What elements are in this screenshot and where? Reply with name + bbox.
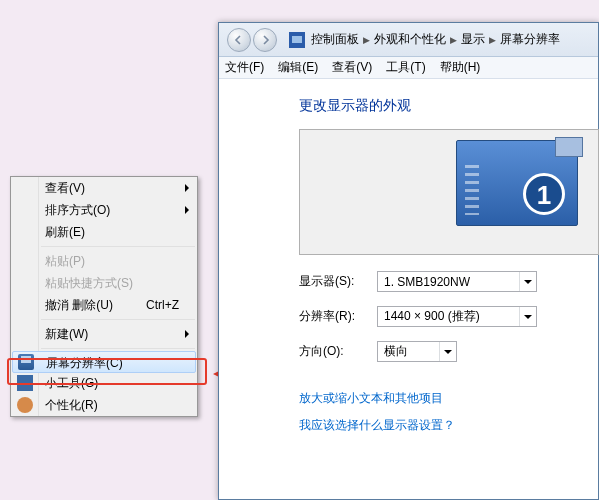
nav-back-button[interactable] (227, 28, 251, 52)
gadget-icon (17, 375, 33, 391)
nav-forward-button[interactable] (253, 28, 277, 52)
resolution-dropdown[interactable]: 1440 × 900 (推荐) (377, 306, 537, 327)
personalize-icon (17, 397, 33, 413)
window-titlebar: 控制面板▶ 外观和个性化▶ 显示▶ 屏幕分辨率 (219, 23, 598, 57)
breadcrumb-sep-icon: ▶ (450, 35, 457, 45)
menu-item-shortcut: Ctrl+Z (146, 294, 179, 316)
menu-file[interactable]: 文件(F) (225, 59, 264, 76)
submenu-arrow-icon (185, 330, 189, 338)
display-label: 显示器(S): (299, 273, 377, 290)
window-content: 更改显示器的外观 1 显示器(S): 1. SMB1920NW 分辨率(R): … (219, 79, 598, 434)
menu-item-label: 新建(W) (45, 327, 88, 341)
menu-view[interactable]: 查看(V) (332, 59, 372, 76)
menu-item-label: 小工具(G) (45, 376, 98, 390)
form-row-resolution: 分辨率(R): 1440 × 900 (推荐) (299, 306, 574, 327)
menu-item-label: 个性化(R) (45, 398, 98, 412)
monitor-preview-area[interactable]: 1 (299, 129, 599, 255)
orientation-dropdown[interactable]: 横向 (377, 341, 457, 362)
monitor-thumbnail[interactable]: 1 (456, 140, 578, 226)
menu-item-refresh[interactable]: 刷新(E) (11, 221, 197, 243)
menu-item-view[interactable]: 查看(V) (11, 177, 197, 199)
chevron-down-icon (519, 272, 536, 291)
breadcrumb-item[interactable]: 控制面板 (311, 31, 359, 48)
related-links: 放大或缩小文本和其他项目 我应该选择什么显示器设置？ (299, 390, 574, 434)
form-row-orientation: 方向(O): 横向 (299, 341, 574, 362)
breadcrumb-item[interactable]: 屏幕分辨率 (500, 31, 560, 48)
menu-item-personalize[interactable]: 个性化(R) (11, 394, 197, 416)
forward-arrow-icon (260, 35, 270, 45)
menu-item-new[interactable]: 新建(W) (11, 323, 197, 345)
orientation-label: 方向(O): (299, 343, 377, 360)
breadcrumb-sep-icon: ▶ (363, 35, 370, 45)
control-panel-icon (289, 32, 305, 48)
menu-item-gadgets[interactable]: 小工具(G) (11, 372, 197, 394)
menu-item-label: 屏幕分辨率(C) (46, 356, 123, 370)
menu-separator (41, 348, 195, 349)
back-arrow-icon (234, 35, 244, 45)
breadcrumb[interactable]: 控制面板▶ 外观和个性化▶ 显示▶ 屏幕分辨率 (311, 31, 560, 48)
menu-separator (41, 246, 195, 247)
menu-help[interactable]: 帮助(H) (440, 59, 481, 76)
menu-item-label: 刷新(E) (45, 225, 85, 239)
menu-tools[interactable]: 工具(T) (386, 59, 425, 76)
submenu-arrow-icon (185, 206, 189, 214)
menu-item-screen-resolution[interactable]: 屏幕分辨率(C) (12, 351, 196, 373)
desktop-context-menu: 查看(V) 排序方式(O) 刷新(E) 粘贴(P) 粘贴快捷方式(S) 撤消 删… (10, 176, 198, 417)
form-row-display: 显示器(S): 1. SMB1920NW (299, 271, 574, 292)
menu-item-label: 排序方式(O) (45, 203, 110, 217)
dropdown-value: 1440 × 900 (推荐) (384, 308, 480, 325)
monitor-icon (18, 354, 34, 370)
page-heading: 更改显示器的外观 (299, 97, 574, 115)
submenu-arrow-icon (185, 184, 189, 192)
menu-item-sort[interactable]: 排序方式(O) (11, 199, 197, 221)
link-text-scaling[interactable]: 放大或缩小文本和其他项目 (299, 390, 574, 407)
window-menubar: 文件(F) 编辑(E) 查看(V) 工具(T) 帮助(H) (219, 57, 598, 79)
menu-item-paste: 粘贴(P) (11, 250, 197, 272)
secondary-monitor-icon (555, 137, 583, 157)
link-which-display[interactable]: 我应该选择什么显示器设置？ (299, 417, 574, 434)
menu-edit[interactable]: 编辑(E) (278, 59, 318, 76)
menu-item-label: 撤消 删除(U) (45, 298, 113, 312)
breadcrumb-sep-icon: ▶ (489, 35, 496, 45)
breadcrumb-item[interactable]: 显示 (461, 31, 485, 48)
dropdown-value: 1. SMB1920NW (384, 275, 470, 289)
menu-item-label: 查看(V) (45, 181, 85, 195)
menu-item-label: 粘贴快捷方式(S) (45, 276, 133, 290)
chevron-down-icon (439, 342, 456, 361)
display-dropdown[interactable]: 1. SMB1920NW (377, 271, 537, 292)
menu-item-paste-shortcut: 粘贴快捷方式(S) (11, 272, 197, 294)
breadcrumb-item[interactable]: 外观和个性化 (374, 31, 446, 48)
monitor-number-badge: 1 (523, 173, 565, 215)
chevron-down-icon (519, 307, 536, 326)
menu-item-undo-delete[interactable]: 撤消 删除(U) Ctrl+Z (11, 294, 197, 316)
resolution-label: 分辨率(R): (299, 308, 377, 325)
menu-separator (41, 319, 195, 320)
screen-resolution-window: 控制面板▶ 外观和个性化▶ 显示▶ 屏幕分辨率 文件(F) 编辑(E) 查看(V… (218, 22, 599, 500)
menu-item-label: 粘贴(P) (45, 254, 85, 268)
dropdown-value: 横向 (384, 343, 408, 360)
